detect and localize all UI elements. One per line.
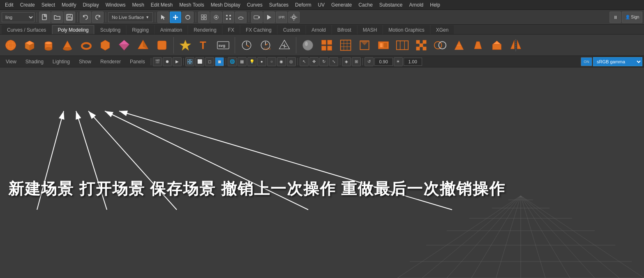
shelf-tab-fx-caching[interactable]: FX Caching	[240, 25, 277, 34]
shelf-tab-rigging[interactable]: Rigging	[127, 25, 154, 34]
shelf-polygon[interactable]	[96, 36, 114, 54]
vp-move-btn[interactable]: ✥	[309, 57, 319, 66]
shelf-extrude[interactable]	[488, 36, 506, 54]
shelf-cylinder[interactable]	[39, 36, 58, 54]
shelf-tab-motion-graphics[interactable]: Motion Graphics	[383, 25, 429, 34]
rotate-tool-button[interactable]	[182, 12, 194, 23]
shelf-star[interactable]	[176, 36, 194, 54]
menu-deform[interactable]: Deform	[292, 1, 314, 9]
vp-texture-btn[interactable]: ▦	[238, 57, 247, 66]
vp-dof-btn[interactable]: ◉	[277, 57, 286, 66]
redo-button[interactable]	[92, 12, 104, 23]
vp-aa-btn[interactable]: ◎	[287, 57, 296, 66]
vp-select-btn[interactable]: ↖	[300, 57, 309, 66]
vp-active-btn[interactable]: ◼	[215, 57, 224, 66]
shelf-tab-sculpting[interactable]: Sculpting	[95, 25, 126, 34]
shelf-tab-custom[interactable]: Custom	[278, 25, 305, 34]
vp-gamma-input[interactable]	[404, 58, 422, 66]
shelf-cone[interactable]	[58, 36, 76, 54]
menu-arnold[interactable]: Arnold	[406, 1, 427, 9]
colorspace-dropdown[interactable]: sRGB gamma	[593, 57, 642, 66]
vp-snap2[interactable]: ⊞	[352, 57, 361, 66]
vp-shadow-btn[interactable]: ●	[257, 57, 266, 66]
workspace-dropdown[interactable]: ling	[2, 12, 35, 22]
snap-curve-button[interactable]	[210, 12, 222, 23]
shelf-mesh-3[interactable]	[355, 36, 374, 54]
vp-grid-btn[interactable]	[185, 57, 194, 66]
render-settings-button[interactable]	[288, 12, 300, 23]
shelf-subdivide[interactable]	[450, 36, 468, 54]
vp-fog-btn[interactable]: ○	[267, 57, 276, 66]
vp-record-btn[interactable]: ⏺	[163, 57, 172, 66]
menu-windows[interactable]: Windows	[102, 1, 129, 9]
menu-cache[interactable]: Cache	[355, 1, 376, 9]
shelf-sphere[interactable]	[2, 36, 20, 54]
shelf-mesh-4[interactable]	[374, 36, 392, 54]
vp-smooth-btn[interactable]: ◻	[205, 57, 214, 66]
shelf-tab-xgen[interactable]: XGen	[431, 25, 454, 34]
shelf-torus[interactable]	[77, 36, 95, 54]
undo-button[interactable]	[80, 12, 91, 23]
shelf-mesh-2[interactable]	[337, 36, 355, 54]
shelf-text-tool[interactable]: T	[195, 36, 213, 54]
shelf-pyramid[interactable]	[134, 36, 152, 54]
menu-mesh[interactable]: Mesh	[129, 1, 147, 9]
shelf-tab-rendering[interactable]: Rendering	[188, 25, 222, 34]
render-button[interactable]	[263, 12, 275, 23]
shelf-combine[interactable]	[431, 36, 449, 54]
menu-surfaces[interactable]: Surfaces	[266, 1, 292, 9]
new-scene-button[interactable]	[39, 12, 51, 23]
vp-scale-btn[interactable]: ⤡	[329, 57, 338, 66]
move-tool-button[interactable]	[170, 12, 181, 23]
vp-play-btn[interactable]: ▶	[173, 57, 182, 66]
camera-button[interactable]	[251, 12, 263, 23]
save-scene-button[interactable]	[64, 12, 75, 23]
vp-tab-shading[interactable]: Shading	[21, 58, 48, 65]
shelf-tab-bifrost[interactable]: Bifrost	[332, 25, 357, 34]
shelf-tab-fx[interactable]: FX	[223, 25, 240, 34]
menu-mesh-display[interactable]: Mesh Display	[208, 1, 244, 9]
menu-create[interactable]: Create	[17, 1, 38, 9]
shelf-diamond[interactable]	[115, 36, 133, 54]
vp-wire-btn[interactable]: ⬜	[195, 57, 204, 66]
shelf-tab-animation[interactable]: Animation	[155, 25, 187, 34]
menu-select[interactable]: Select	[38, 1, 58, 9]
menu-edit-mesh[interactable]: Edit Mesh	[148, 1, 176, 9]
vp-tab-renderer[interactable]: Renderer	[96, 58, 125, 65]
shelf-rounded-cube[interactable]	[153, 36, 171, 54]
shelf-tab-mash[interactable]: MASH	[358, 25, 383, 34]
shelf-freeze[interactable]	[275, 36, 293, 54]
pause-button[interactable]: ⏸	[609, 12, 621, 23]
shelf-mirror-geo[interactable]	[507, 36, 525, 54]
shelf-tab-poly-modeling[interactable]: Poly Modeling	[52, 25, 94, 34]
menu-uv[interactable]: UV	[314, 1, 328, 9]
shelf-mesh-1[interactable]	[318, 36, 336, 54]
open-scene-button[interactable]	[51, 12, 63, 23]
snap-grid-button[interactable]	[198, 12, 210, 23]
vp-tab-show[interactable]: Show	[75, 58, 95, 65]
shelf-svg-tool[interactable]: svg	[214, 36, 232, 54]
shelf-mirror[interactable]	[299, 36, 317, 54]
sign-in-button[interactable]: 👤 Sign	[622, 12, 642, 23]
viewport-canvas[interactable]: .grid-line { stroke: #666; stroke-width:…	[0, 67, 644, 278]
menu-help[interactable]: Help	[427, 1, 443, 9]
shelf-measure[interactable]	[238, 36, 256, 54]
vp-light-btn[interactable]: 💡	[247, 57, 256, 66]
vp-tab-lighting[interactable]: Lighting	[48, 58, 74, 65]
snap-point-button[interactable]	[223, 12, 234, 23]
vp-refresh-btn[interactable]: ↺	[365, 57, 374, 66]
select-tool-button[interactable]	[157, 12, 169, 23]
ipr-button[interactable]: IPR	[276, 12, 287, 23]
no-live-surface-dropdown[interactable]: No Live Surface ▼	[108, 12, 153, 22]
shelf-cube[interactable]	[21, 36, 39, 54]
shelf-tab-arnold[interactable]: Arnold	[306, 25, 331, 34]
vp-on-btn[interactable]: ON	[581, 57, 592, 66]
shelf-scatter[interactable]	[412, 36, 430, 54]
menu-mesh-tools[interactable]: Mesh Tools	[176, 1, 207, 9]
vp-tab-panels[interactable]: Panels	[126, 58, 149, 65]
vp-shading-btn[interactable]: 🌐	[228, 57, 237, 66]
vp-tab-view[interactable]: View	[2, 58, 21, 65]
menu-generate[interactable]: Generate	[328, 1, 355, 9]
shelf-animation-tool[interactable]: 0.0.0	[256, 36, 275, 54]
vp-exposure-input[interactable]	[374, 58, 393, 66]
